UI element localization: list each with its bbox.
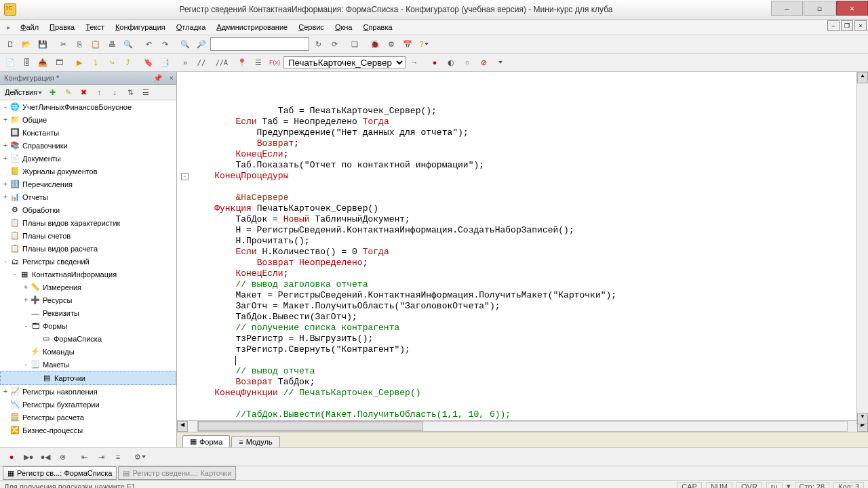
twisty-icon[interactable]: - [11,270,19,278]
open-config-icon[interactable]: 📄 [3,55,18,70]
outdent-icon[interactable]: ⇤ [77,449,92,464]
code-line[interactable]: Если Н.Количество() = 0 Тогда [193,247,868,258]
tree-root[interactable]: - 🌐 УчетЛичныхФинансовБонусное [0,100,176,113]
code-line[interactable]: тзРегистр = Н.Выгрузить(); [193,333,868,344]
twisty-icon[interactable]: + [22,296,30,304]
twisty-icon[interactable]: - [22,322,30,329]
mdi-restore[interactable]: ❐ [841,20,853,31]
code-line[interactable]: Таб = ПечатьКарточек_Сервер(); [193,106,868,117]
tree-item-Планы видов расчета[interactable]: 📋Планы видов расчета [0,242,176,255]
twisty-icon[interactable]: - [1,103,9,110]
tab-form[interactable]: ▦Форма [182,435,230,447]
scroll-down-icon[interactable]: ▼ [857,413,868,424]
gutter[interactable]: - [177,72,191,420]
tree-item-Обработки[interactable]: ⚙Обработки [0,203,176,216]
code-line[interactable]: КонецФункции // ПечатьКарточек_Сервер() [193,388,868,399]
scroll-left-icon[interactable]: ◀ [177,421,188,432]
update-db-icon[interactable]: 📥 [35,55,50,70]
menu-Окна[interactable]: Окна [330,21,358,33]
code-line[interactable]: Возврат ТабДок; [193,377,868,388]
tree-item-Регистры сведений[interactable]: -🗂Регистры сведений [0,255,176,268]
sidebar-close-icon[interactable]: × [170,74,174,82]
db-config-icon[interactable]: 🗄 [19,55,34,70]
new-file-icon[interactable]: 🗋 [3,37,18,52]
tree-item-Отчеты[interactable]: +📊Отчеты [0,190,176,203]
code-line[interactable]: // вывод заголовка отчета [193,279,868,290]
cut-icon[interactable]: ✂ [56,37,71,52]
code-line[interactable]: Макет = РегистрыСведений.КонтактнаяИнфор… [193,290,868,301]
tree-item-Измерения[interactable]: +📏Измерения [0,281,176,293]
code-line[interactable]: ТабДок.Вывести(ЗагОтч); [193,312,868,323]
delete-icon[interactable]: ✖ [76,85,91,100]
code-line[interactable]: ТабДок = Новый ТабличныйДокумент; [193,214,868,225]
menu-Отладка[interactable]: Отладка [171,21,212,33]
twisty-icon[interactable]: + [22,283,30,291]
tree-item-Макеты[interactable]: -📃Макеты [0,358,176,371]
cond-bp-icon[interactable]: ◐ [443,55,458,70]
doc-tab-form[interactable]: ▦Регистр св...: ФормаСписка [3,466,117,480]
bp-prev-icon[interactable]: ●◀ [38,449,53,464]
remove-bp-icon[interactable]: ⊘ [476,55,491,70]
actions-button[interactable]: Действия [3,87,44,97]
code-line[interactable] [193,399,868,409]
tree-item-ФормаСписка[interactable]: ▭ФормаСписка [0,332,176,345]
sort-icon[interactable]: ⇅ [123,85,138,100]
vertical-scrollbar[interactable]: ▲ ▼ [856,72,868,424]
twisty-icon[interactable]: + [1,142,9,149]
twisty-icon[interactable]: - [22,361,30,368]
code-line[interactable]: Таб.Показать("Отчет по контактной информ… [193,160,868,171]
config-tree[interactable]: - 🌐 УчетЛичныхФинансовБонусное +📁Общие🔲К… [0,100,176,447]
tree-item-Ресурсы[interactable]: +➕Ресурсы [0,293,176,306]
code-line[interactable]: Если Таб = Неопределено Тогда [193,117,868,127]
bp-clear-icon[interactable]: ⊗ [55,449,70,464]
menu-Конфигурация[interactable]: Конфигурация [110,21,171,33]
find-next-icon[interactable]: 🔎 [194,37,209,52]
code-area[interactable]: - Таб = ПечатьКарточек_Сервер(); Если Та… [177,72,868,420]
tree-item-Журналы документов[interactable]: 📒Журналы документов [0,165,176,178]
tree-item-Планы счетов[interactable]: 📋Планы счетов [0,229,176,242]
code-line[interactable]: Н = РегистрыСведений.КонтактнаяИнформаци… [193,225,868,236]
code-line[interactable]: &НаСервере [193,192,868,203]
comment-icon[interactable]: // [194,55,209,70]
code-line[interactable] [193,182,868,192]
tree-item-Карточки[interactable]: ▤Карточки [0,371,176,385]
refresh-all-icon[interactable]: ⟳ [327,37,342,52]
print-icon[interactable]: 🖶 [104,37,119,52]
fold-icon[interactable]: - [181,173,189,180]
tree-item-Документы[interactable]: +📄Документы [0,152,176,165]
align-icon[interactable]: ≡ [111,449,125,464]
code-line[interactable]: тзРегистр.Свернуть("Контрагент"); [193,344,868,355]
code-line[interactable]: Функция ПечатьКарточек_Сервер() [193,203,868,214]
mdi-minimize[interactable]: – [827,20,840,31]
edit-icon[interactable]: ✎ [60,85,75,100]
goto-proc-icon[interactable]: → [407,55,422,70]
menu-Текст[interactable]: Текст [80,21,110,33]
tree-item-Справочники[interactable]: +📚Справочники [0,139,176,152]
refresh-icon[interactable]: ↻ [311,37,326,52]
status-lang[interactable]: ru [766,482,783,488]
tree-item-Регистры накопления[interactable]: +📈Регистры накопления [0,385,176,398]
step-out-icon[interactable]: ⤴ [121,55,136,70]
undo-icon[interactable]: ↶ [141,37,156,52]
twisty-icon[interactable]: + [1,388,9,395]
filter-icon[interactable]: ☰ [138,85,153,100]
up-icon[interactable]: ↑ [92,85,106,100]
code-line[interactable]: //ТабДок.Вывести(Макет.ПолучитьОбласть(1… [193,409,868,420]
help-icon[interactable]: ? [416,37,431,52]
save-icon[interactable]: 💾 [35,37,50,52]
code-line[interactable]: Возврат Неопределено; [193,258,868,268]
menu-Файл[interactable]: Файл [15,21,44,33]
code-line[interactable]: ЗагОтч = Макет.ПолучитьОбласть("Заголово… [193,301,868,312]
tree-item-Планы видов характеристик[interactable]: 📋Планы видов характеристик [0,216,176,229]
run-icon[interactable]: ▶ [72,55,87,70]
tree-item-Реквизиты[interactable]: —Реквизиты [0,306,176,319]
minimize-button[interactable]: — [771,1,803,16]
code-line[interactable]: // вывод отчета [193,366,868,377]
print-preview-icon[interactable]: 🔍 [121,37,136,52]
search-input[interactable] [210,37,309,51]
horizontal-scrollbar[interactable]: ◀ ▶ [177,420,868,432]
tree-item-Перечисления[interactable]: +🔢Перечисления [0,178,176,190]
code-line[interactable] [193,355,868,366]
tree-item-Константы[interactable]: 🔲Константы [0,126,176,139]
settings-icon[interactable]: ⚙ [132,449,147,464]
